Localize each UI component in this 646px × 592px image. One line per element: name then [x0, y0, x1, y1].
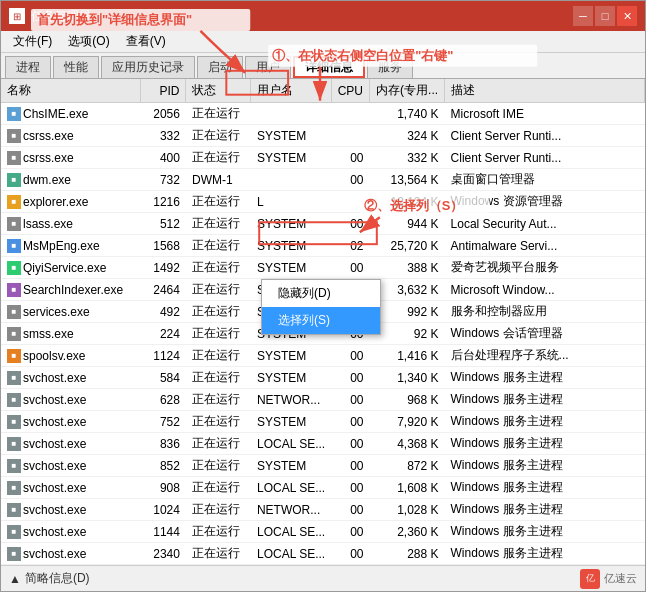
cell-mem: 1,608 K: [370, 477, 445, 499]
col-header-user[interactable]: 用户名: [251, 79, 331, 103]
process-icon: ■: [7, 283, 21, 297]
cell-cpu: 00: [331, 345, 369, 367]
menu-options[interactable]: 选项(O): [60, 31, 117, 52]
minimize-button[interactable]: ─: [573, 6, 593, 26]
status-label[interactable]: 简略信息(D): [25, 570, 90, 587]
cell-pid: 1024: [141, 499, 186, 521]
table-row[interactable]: ■ svchost.exe 628 正在运行 NETWOR... 00 968 …: [1, 389, 645, 411]
table-row[interactable]: ■ csrss.exe 332 正在运行 SYSTEM 324 K Client…: [1, 125, 645, 147]
cell-pid: 732: [141, 169, 186, 191]
col-header-status[interactable]: 状态: [186, 79, 251, 103]
tab-startup[interactable]: 启动: [197, 56, 243, 78]
cell-mem: 388 K: [370, 257, 445, 279]
cell-pid: 2464: [141, 279, 186, 301]
cell-status: 正在运行: [186, 411, 251, 433]
cell-desc: 服务和控制器应用: [445, 301, 645, 323]
table-row[interactable]: ■ explorer.exe 1216 正在运行 L 12,124 K Wind…: [1, 191, 645, 213]
cell-status: 正在运行: [186, 499, 251, 521]
maximize-button[interactable]: □: [595, 6, 615, 26]
cell-mem: 872 K: [370, 455, 445, 477]
cell-desc: 后台处理程序子系统...: [445, 345, 645, 367]
table-row[interactable]: ■ svchost.exe 1024 正在运行 NETWOR... 00 1,0…: [1, 499, 645, 521]
cell-mem: 1,028 K: [370, 499, 445, 521]
process-icon: ■: [7, 349, 21, 363]
cell-desc: 桌面窗口管理器: [445, 169, 645, 191]
cell-name: ■ dwm.exe: [1, 169, 141, 191]
process-icon: ■: [7, 173, 21, 187]
cell-desc: Windows 资源管理器: [445, 191, 645, 213]
menu-view[interactable]: 查看(V): [118, 31, 174, 52]
cell-desc: Windows 服务主进程: [445, 367, 645, 389]
cell-name: ■ svchost.exe: [1, 455, 141, 477]
col-header-desc[interactable]: 描述: [445, 79, 645, 103]
cell-pid: 1568: [141, 235, 186, 257]
tab-performance[interactable]: 性能: [53, 56, 99, 78]
table-row[interactable]: ■ QiyiService.exe 1492 正在运行 SYSTEM 00 38…: [1, 257, 645, 279]
watermark-text: 亿速云: [604, 571, 637, 586]
table-row[interactable]: ■ svchost.exe 852 正在运行 SYSTEM 00 872 K W…: [1, 455, 645, 477]
col-header-mem[interactable]: 内存(专用...: [370, 79, 445, 103]
cell-mem: 944 K: [370, 213, 445, 235]
cell-pid: 400: [141, 147, 186, 169]
table-row[interactable]: ■ dwm.exe 732 DWM-1 00 13,564 K 桌面窗口管理器: [1, 169, 645, 191]
cell-status: 正在运行: [186, 279, 251, 301]
tab-process[interactable]: 进程: [5, 56, 51, 78]
col-header-name[interactable]: 名称: [1, 79, 141, 103]
table-row[interactable]: ■ MsMpEng.exe 1568 正在运行 SYSTEM 02 25,720…: [1, 235, 645, 257]
table-container: 名称 PID 状态 用户名 CPU 内存(专用... 描述 ■ ChsIME.e…: [1, 79, 645, 565]
cell-desc: Microsoft Window...: [445, 279, 645, 301]
cell-pid: 1144: [141, 521, 186, 543]
cell-user: SYSTEM: [251, 367, 331, 389]
cell-cpu: [331, 103, 369, 125]
context-menu: 隐藏列(D) 选择列(S): [261, 279, 381, 335]
window-icon: ⊞: [9, 8, 25, 24]
table-row[interactable]: ■ svchost.exe 1144 正在运行 LOCAL SE... 00 2…: [1, 521, 645, 543]
cell-status: 正在运行: [186, 301, 251, 323]
table-row[interactable]: ■ svchost.exe 752 正在运行 SYSTEM 00 7,920 K…: [1, 411, 645, 433]
cell-name: ■ QiyiService.exe: [1, 257, 141, 279]
cell-name: ■ svchost.exe: [1, 543, 141, 565]
cell-mem: 2,360 K: [370, 521, 445, 543]
cell-status: 正在运行: [186, 345, 251, 367]
cell-user: SYSTEM: [251, 411, 331, 433]
cell-desc: Windows 服务主进程: [445, 411, 645, 433]
context-menu-hide-columns[interactable]: 隐藏列(D): [262, 280, 380, 307]
status-bar-right: 亿 亿速云: [580, 569, 637, 589]
table-row[interactable]: ■ ChsIME.exe 2056 正在运行 1,740 K Microsoft…: [1, 103, 645, 125]
context-menu-select-columns[interactable]: 选择列(S): [262, 307, 380, 334]
cell-pid: 224: [141, 323, 186, 345]
process-icon: ■: [7, 371, 21, 385]
col-header-pid[interactable]: PID: [141, 79, 186, 103]
cell-name: ■ MsMpEng.exe: [1, 235, 141, 257]
tab-app-history[interactable]: 应用历史记录: [101, 56, 195, 78]
task-manager-window: ⊞ 任务管理器 ─ □ ✕ 文件(F) 选项(O) 查看(V) 进程 性能 应用…: [0, 0, 646, 592]
table-row[interactable]: ■ svchost.exe 584 正在运行 SYSTEM 00 1,340 K…: [1, 367, 645, 389]
cell-user: NETWOR...: [251, 499, 331, 521]
table-row[interactable]: ■ csrss.exe 400 正在运行 SYSTEM 00 332 K Cli…: [1, 147, 645, 169]
tab-services[interactable]: 服务: [367, 56, 413, 78]
table-row[interactable]: ■ svchost.exe 2340 正在运行 LOCAL SE... 00 2…: [1, 543, 645, 565]
cell-pid: 2056: [141, 103, 186, 125]
expand-icon[interactable]: ▲: [9, 572, 21, 586]
cell-mem: 1,340 K: [370, 367, 445, 389]
col-header-cpu[interactable]: CPU: [331, 79, 369, 103]
tab-users[interactable]: 用户: [245, 56, 291, 78]
process-icon: ■: [7, 393, 21, 407]
table-row[interactable]: ■ lsass.exe 512 正在运行 SYSTEM 00 944 K Loc…: [1, 213, 645, 235]
cell-pid: 2340: [141, 543, 186, 565]
menu-file[interactable]: 文件(F): [5, 31, 60, 52]
cell-mem: 1,416 K: [370, 345, 445, 367]
close-button[interactable]: ✕: [617, 6, 637, 26]
cell-pid: 492: [141, 301, 186, 323]
table-row[interactable]: ■ spoolsv.exe 1124 正在运行 SYSTEM 00 1,416 …: [1, 345, 645, 367]
cell-status: 正在运行: [186, 433, 251, 455]
tab-details[interactable]: 详细信息: [293, 56, 365, 78]
process-icon: ■: [7, 327, 21, 341]
cell-user: SYSTEM: [251, 257, 331, 279]
cell-desc: Antimalware Servi...: [445, 235, 645, 257]
table-row[interactable]: ■ svchost.exe 836 正在运行 LOCAL SE... 00 4,…: [1, 433, 645, 455]
cell-name: ■ svchost.exe: [1, 411, 141, 433]
table-row[interactable]: ■ svchost.exe 908 正在运行 LOCAL SE... 00 1,…: [1, 477, 645, 499]
cell-desc: Windows 会话管理器: [445, 323, 645, 345]
cell-user: LOCAL SE...: [251, 543, 331, 565]
